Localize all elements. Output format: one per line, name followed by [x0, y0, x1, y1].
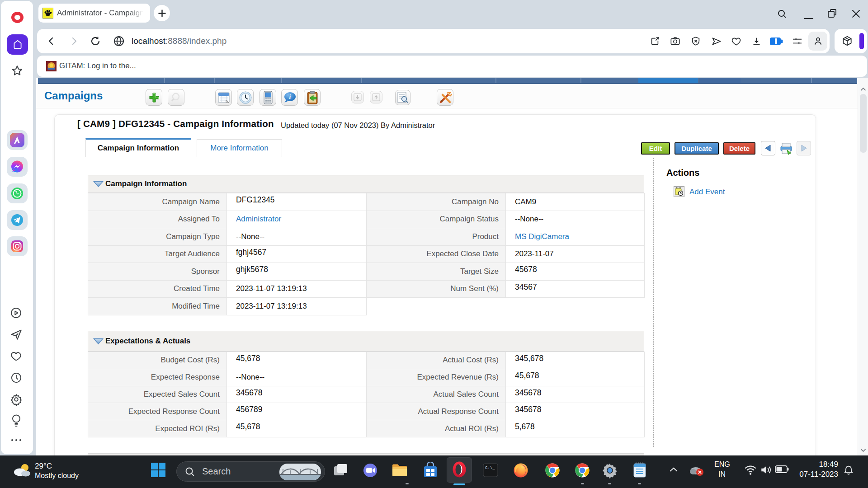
svg-text:i: i — [289, 94, 291, 100]
svg-text:C:\_: C:\_ — [485, 466, 495, 470]
